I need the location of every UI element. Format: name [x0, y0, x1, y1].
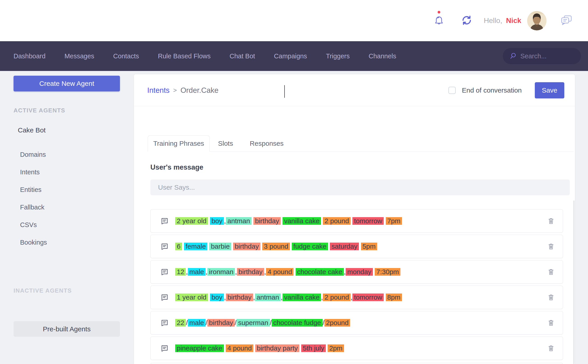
entity-chip-cake[interactable]: vanilla cake — [282, 293, 321, 301]
notifications-button[interactable] — [434, 14, 444, 27]
messages-button[interactable] — [560, 14, 573, 27]
phrase-plain-text: / — [270, 319, 272, 327]
prebuilt-agents-button[interactable]: Pre-built Agents — [13, 321, 120, 337]
entity-chip-occasion[interactable]: birthday — [254, 217, 281, 225]
header-actions: End of conversation Save — [448, 74, 564, 106]
nav-item-dashboard[interactable]: Dashboard — [13, 52, 46, 60]
trash-icon[interactable] — [548, 217, 555, 225]
entity-chip-character[interactable]: barbie — [209, 243, 231, 250]
training-phrase-row: 2 year old boy,antman birthday vanilla c… — [150, 209, 563, 233]
entity-chip-cake[interactable]: fudge cake — [292, 243, 328, 250]
phrase-plain-text — [384, 293, 386, 301]
entity-chip-gender[interactable]: boy — [210, 293, 224, 301]
entity-chip-day[interactable]: monday — [346, 268, 373, 276]
user-avatar[interactable] — [527, 11, 547, 30]
comment-icon — [160, 217, 169, 225]
entity-chip-age[interactable]: 12 — [175, 268, 186, 276]
entity-chip-character[interactable]: ironman — [207, 268, 235, 276]
training-phrase-row: 6 female barbie birthday 3 pound fudge c… — [150, 235, 563, 258]
entity-chip-day[interactable]: tomorrow — [352, 293, 384, 301]
text-cursor — [284, 85, 285, 98]
trash-icon[interactable] — [548, 293, 555, 301]
entity-chip-age[interactable]: 1 year old — [175, 293, 208, 301]
end-of-conversation-checkbox[interactable] — [448, 87, 456, 94]
nav-item-campaigns[interactable]: Campaigns — [274, 52, 307, 60]
entity-chip-time[interactable]: 7pm — [386, 217, 402, 225]
entity-chip-weight[interactable]: 4 pound — [266, 268, 294, 276]
entity-chip-character[interactable]: antman — [226, 217, 252, 225]
entity-chip-weight[interactable]: 2pound — [324, 319, 350, 327]
entity-chip-gender[interactable]: male — [188, 268, 206, 276]
phrase-plain-text — [182, 243, 184, 250]
main-navbar: DashboardMessagesContactsRule Based Flow… — [0, 41, 588, 71]
entity-chip-weight[interactable]: 2 pound — [323, 293, 350, 301]
sidebar-item-fallback[interactable]: Fallback — [20, 198, 134, 216]
search-input[interactable] — [520, 52, 575, 60]
entity-chip-character[interactable]: antman — [255, 293, 281, 301]
entity-chip-age[interactable]: 6 — [175, 243, 182, 250]
entity-chip-age[interactable]: 22 — [175, 319, 186, 327]
sidebar-item-csvs[interactable]: CSVs — [20, 216, 134, 234]
scrollbar[interactable] — [573, 201, 575, 364]
nav-item-chat-bot[interactable]: Chat Bot — [229, 52, 255, 60]
trash-icon[interactable] — [548, 268, 555, 276]
entity-chip-time[interactable]: 8pm — [386, 293, 402, 301]
entity-chip-time[interactable]: 7:30pm — [375, 268, 401, 276]
intent-header: Intents > Order.Cake End of conversation… — [134, 74, 575, 106]
sidebar-item-bookings[interactable]: Bookings — [20, 234, 134, 251]
entity-chip-gender[interactable]: boy — [210, 217, 224, 225]
tab-slots[interactable]: Slots — [210, 135, 241, 151]
inactive-agents-label: INACTIVE AGENTS — [13, 287, 134, 294]
trash-icon[interactable] — [548, 243, 555, 250]
sidebar-item-domains[interactable]: Domains — [20, 146, 134, 163]
entity-chip-time[interactable]: 2pm — [327, 344, 344, 352]
nav-item-triggers[interactable]: Triggers — [326, 52, 350, 60]
entity-chip-cake[interactable]: vanilla cake — [282, 217, 321, 225]
create-new-agent-button[interactable]: Create New Agent — [13, 76, 120, 91]
entity-chip-cake[interactable]: pineapple cake — [175, 344, 224, 352]
sidebar-item-entities[interactable]: Entities — [20, 181, 134, 198]
entity-chip-time[interactable]: 5pm — [361, 243, 377, 250]
nav-item-contacts[interactable]: Contacts — [113, 52, 139, 60]
entity-chip-weight[interactable]: 2 pound — [323, 217, 350, 225]
user-says-input[interactable] — [150, 180, 570, 195]
save-button[interactable]: Save — [535, 82, 564, 98]
sync-button[interactable] — [461, 14, 473, 27]
entity-chip-occasion[interactable]: birthday — [207, 319, 235, 327]
entity-chip-weight[interactable]: 3 pound — [262, 243, 290, 250]
content-area: Create New Agent ACTIVE AGENTS Cake Bot … — [0, 71, 588, 364]
entity-chip-occasion[interactable]: birthday — [237, 268, 264, 276]
nav-item-messages[interactable]: Messages — [65, 52, 94, 60]
notification-dot — [438, 11, 440, 13]
sidebar-item-cake-bot[interactable]: Cake Bot — [18, 126, 134, 134]
nav-item-channels[interactable]: Channels — [369, 52, 396, 60]
entity-chip-cake[interactable]: chocolate cake — [296, 268, 344, 276]
entity-chip-occasion[interactable]: birthday — [233, 243, 261, 250]
nav-item-rule-based-flows[interactable]: Rule Based Flows — [158, 52, 211, 60]
sidebar-item-intents[interactable]: Intents — [20, 163, 134, 181]
tab-training-phrases[interactable]: Training Phrases — [148, 135, 210, 152]
entity-chip-day[interactable]: 5th july — [301, 344, 326, 352]
phrase-plain-text: / — [323, 319, 324, 327]
intent-name[interactable]: Order.Cake — [180, 86, 219, 95]
end-of-conversation-label: End of conversation — [462, 86, 522, 94]
phrase-plain-text — [290, 243, 292, 250]
entity-chip-gender[interactable]: male — [188, 319, 206, 327]
training-phrase-row: 22/male/birthday/superman/chocolate fudg… — [150, 311, 563, 334]
breadcrumb-intents-link[interactable]: Intents — [147, 86, 170, 95]
trash-icon[interactable] — [548, 319, 555, 327]
entity-chip-day[interactable]: tomorrow — [352, 217, 384, 225]
entity-chip-occasion[interactable]: birthday — [226, 293, 253, 301]
trash-icon[interactable] — [548, 344, 555, 352]
entity-chip-weight[interactable]: 4 pound — [226, 344, 253, 352]
entity-chip-character[interactable]: superman — [236, 319, 270, 327]
tab-responses[interactable]: Responses — [241, 135, 292, 151]
phrase-plain-text — [328, 243, 330, 250]
entity-chip-gender[interactable]: female — [184, 243, 207, 250]
entity-chip-cake[interactable]: chocolate fudge — [272, 319, 323, 327]
entity-chip-age[interactable]: 2 year old — [175, 217, 208, 225]
phrase-plain-text — [208, 293, 210, 301]
phrase-text: 12,male,ironman,birthday,4 pound chocola… — [175, 268, 548, 276]
entity-chip-day[interactable]: saturday — [330, 243, 359, 250]
entity-chip-occasion[interactable]: birthday party — [255, 344, 299, 352]
